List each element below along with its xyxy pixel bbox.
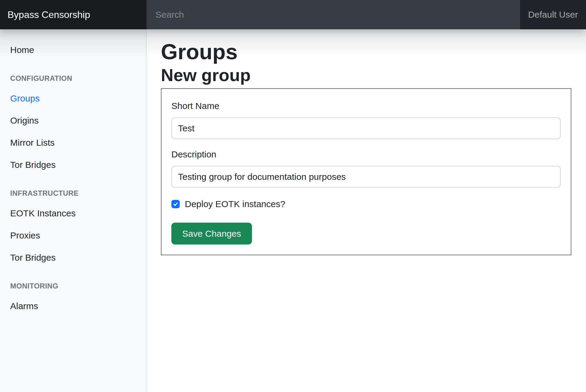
app-brand[interactable]: Bypass Censorship [0,0,146,29]
description-label: Description [171,148,561,161]
sidebar-item-home[interactable]: Home [0,39,146,61]
sidebar-item-eotk-instances[interactable]: EOTK Instances [0,202,146,224]
page-layout: Home CONFIGURATION Groups Origins Mirror… [0,29,586,392]
save-changes-button[interactable]: Save Changes [171,223,252,244]
top-navbar: Bypass Censorship Default User [0,0,586,29]
user-menu[interactable]: Default User [520,0,586,29]
app-brand-label: Bypass Censorship [7,9,90,20]
sidebar-heading-infrastructure: INFRASTRUCTURE [0,184,146,202]
sidebar-heading-monitoring: MONITORING [0,277,146,295]
search-input[interactable] [146,0,520,29]
sidebar-nav: Home CONFIGURATION Groups Origins Mirror… [0,29,146,392]
short-name-input[interactable] [171,117,561,139]
sidebar-heading-configuration: CONFIGURATION [0,69,146,87]
sidebar-item-proxies[interactable]: Proxies [0,224,146,247]
description-group: Description [171,148,561,188]
sidebar-item-alarms[interactable]: Alarms [0,295,146,317]
deploy-eotk-label[interactable]: Deploy EOTK instances? [185,197,285,211]
short-name-label: Short Name [171,99,561,113]
check-icon [173,201,179,207]
sidebar-item-mirror-lists[interactable]: Mirror Lists [0,132,146,154]
description-input[interactable] [171,166,561,188]
user-menu-label: Default User [528,10,578,20]
navbar-search [146,0,520,29]
sidebar-item-origins[interactable]: Origins [0,110,146,132]
page-subtitle: New group [161,65,571,86]
deploy-eotk-checkbox[interactable] [171,200,180,208]
short-name-group: Short Name [171,99,561,139]
deploy-eotk-row: Deploy EOTK instances? [171,197,561,211]
page-title: Groups [161,39,571,65]
sidebar-item-tor-bridges-config[interactable]: Tor Bridges [0,154,146,176]
main-content: Groups New group Short Name Description … [146,29,586,392]
sidebar-item-tor-bridges-infra[interactable]: Tor Bridges [0,247,146,269]
sidebar-item-groups[interactable]: Groups [0,87,146,110]
new-group-form: Short Name Description Deploy EOTK insta… [161,88,571,255]
